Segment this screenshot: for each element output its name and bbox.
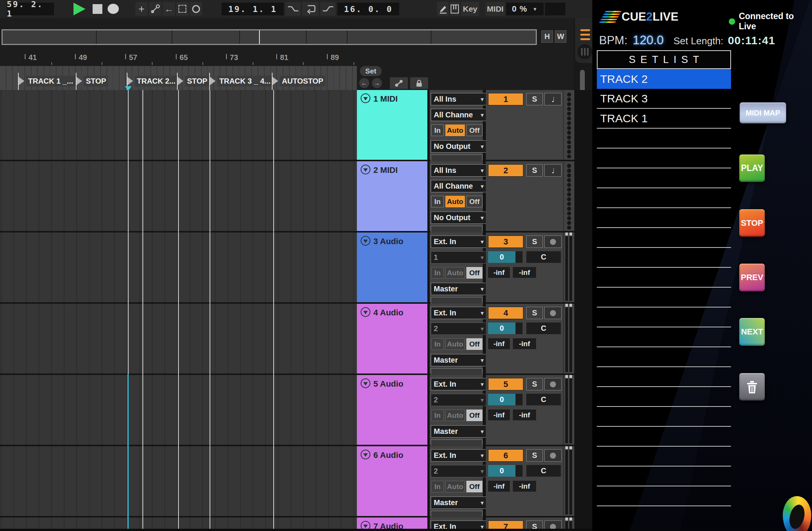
solo-button[interactable]: S — [526, 307, 543, 319]
optimize-height-button[interactable]: H — [541, 30, 553, 43]
prev-button[interactable]: PREV — [739, 264, 765, 291]
pan-knob[interactable]: C — [526, 322, 561, 334]
monitor-in-button[interactable]: In — [431, 267, 444, 279]
locator-flag[interactable]: TRACK 1 _... — [18, 73, 75, 89]
track-fold-button[interactable] — [361, 378, 370, 388]
track-output-dropdown[interactable]: No Output▼ — [431, 140, 488, 153]
pan-knob[interactable]: C — [526, 251, 561, 263]
track-channel-dropdown[interactable]: 1▼ — [431, 251, 488, 264]
stop-button-cue2live[interactable]: STOP — [739, 209, 765, 237]
peak-level-right[interactable]: -inf — [513, 338, 536, 349]
automation-mode-button[interactable] — [149, 2, 162, 16]
track-activator-button[interactable]: 3 — [488, 236, 523, 248]
arm-record-button[interactable] — [544, 236, 562, 248]
peak-level-right[interactable]: -inf — [513, 481, 536, 492]
monitor-off-button[interactable]: Off — [466, 338, 482, 350]
punch-in-button[interactable] — [285, 2, 301, 16]
monitor-auto-button[interactable]: Auto — [445, 196, 465, 207]
track-input-dropdown[interactable]: Ext. In▼ — [431, 236, 488, 248]
link-button[interactable] — [390, 77, 408, 89]
locator-flag[interactable]: STOP — [177, 73, 210, 89]
mixer-sections-toggle[interactable] — [577, 44, 592, 59]
track-output-dropdown[interactable]: Master▼ — [431, 496, 488, 509]
setlist-item[interactable]: TRACK 1 — [597, 109, 731, 129]
monitor-in-button[interactable]: In — [431, 481, 444, 492]
track-fold-button[interactable] — [361, 93, 370, 103]
track-output-dropdown[interactable]: Master▼ — [431, 354, 488, 366]
arrangement-grid-cell[interactable] — [0, 161, 357, 231]
solo-button[interactable]: S — [526, 164, 543, 177]
arm-record-button[interactable] — [544, 449, 562, 462]
optimize-width-button[interactable]: W — [555, 30, 566, 43]
monitor-off-button[interactable]: Off — [466, 267, 482, 279]
monitor-off-button[interactable]: Off — [466, 196, 482, 207]
track-channel-dropdown[interactable]: All Channe▼ — [431, 109, 488, 121]
arm-record-button[interactable] — [544, 307, 562, 319]
new-button[interactable]: + — [135, 2, 148, 16]
track-input-dropdown[interactable]: Ext. In▼ — [431, 449, 488, 462]
track-fold-button[interactable] — [361, 236, 370, 246]
track-input-dropdown[interactable]: Ext. In▼ — [431, 307, 488, 319]
track-header[interactable]: 3 Audio — [357, 232, 427, 302]
peak-level-right[interactable]: -inf — [513, 410, 536, 420]
stop-button[interactable] — [93, 4, 102, 14]
midi-map-button[interactable]: MIDI MAP — [740, 102, 786, 123]
monitor-off-button[interactable]: Off — [466, 481, 482, 492]
setlist-item[interactable]: TRACK 2 — [597, 69, 731, 89]
track-fold-button[interactable] — [361, 450, 370, 459]
monitor-in-button[interactable]: In — [431, 196, 444, 207]
delete-button[interactable] — [739, 373, 765, 400]
loop-button[interactable] — [302, 2, 319, 16]
locator-flag[interactable]: TRACK 3 _ 4... — [209, 73, 273, 89]
locator-flag[interactable]: AUTOSTOP — [272, 73, 325, 89]
peak-level-left[interactable]: -inf — [488, 338, 510, 349]
draw-selection-button[interactable] — [176, 2, 189, 16]
computer-midi-keyboard-button[interactable] — [450, 2, 460, 16]
track-header[interactable]: 2 MIDI — [357, 161, 427, 231]
arrangement-overview[interactable] — [1, 29, 537, 45]
monitor-auto-button[interactable]: Auto — [445, 267, 465, 279]
pan-knob[interactable]: C — [526, 465, 561, 477]
record-button[interactable] — [108, 4, 119, 14]
locator-flag[interactable]: TRACK 2... — [127, 73, 178, 89]
arm-record-button[interactable]: ♩ — [544, 164, 562, 177]
volume-slider[interactable]: 0 — [488, 465, 523, 477]
follow-button[interactable] — [190, 2, 202, 16]
peak-level-left[interactable]: -inf — [488, 481, 510, 492]
punch-out-button[interactable] — [320, 2, 336, 16]
track-output-dropdown[interactable]: No Output▼ — [431, 212, 488, 224]
monitor-in-button[interactable]: In — [431, 124, 444, 136]
track-activator-button[interactable]: 5 — [488, 378, 523, 390]
pan-knob[interactable]: C — [526, 394, 561, 405]
loop-length-display[interactable]: 16. 0. 0 — [337, 3, 399, 15]
track-input-dropdown[interactable]: Ext. In▼ — [431, 378, 488, 390]
arm-record-button[interactable]: ♩ — [544, 93, 562, 105]
setlist-item[interactable]: TRACK 3 — [597, 89, 731, 109]
track-header[interactable]: 5 Audio — [357, 375, 427, 445]
solo-button[interactable]: S — [526, 378, 543, 390]
track-activator-button[interactable]: 6 — [488, 449, 523, 462]
track-input-dropdown[interactable]: All Ins▼ — [431, 93, 488, 105]
track-input-dropdown[interactable]: All Ins▼ — [431, 164, 488, 177]
arrangement-grid-cell[interactable] — [0, 446, 357, 516]
solo-button[interactable]: S — [526, 93, 543, 105]
solo-button[interactable]: S — [526, 236, 543, 248]
overview-toggle-icon[interactable] — [580, 29, 590, 31]
arrangement-grid-cell[interactable] — [0, 232, 357, 302]
peak-level-left[interactable]: -inf — [488, 267, 510, 278]
track-fold-button[interactable] — [361, 165, 370, 174]
quantize-menu[interactable]: 0 %▼ — [506, 3, 544, 15]
arrangement-grid-cell[interactable] — [0, 90, 357, 160]
arrangement-grid-cell[interactable] — [0, 375, 357, 445]
track-channel-dropdown[interactable]: 2▼ — [431, 394, 488, 406]
monitor-auto-button[interactable]: Auto — [445, 124, 465, 136]
track-channel-dropdown[interactable]: 2▼ — [431, 322, 488, 335]
play-button-cue2live[interactable]: PLAY — [739, 154, 765, 182]
monitor-auto-button[interactable]: Auto — [445, 481, 465, 492]
set-locator-button[interactable]: Set — [360, 66, 382, 76]
arm-record-button[interactable] — [544, 378, 562, 390]
loop-start-display[interactable]: 19. 1. 1 — [222, 3, 284, 15]
track-header[interactable]: 6 Audio — [357, 446, 427, 516]
monitor-auto-button[interactable]: Auto — [445, 410, 465, 421]
prev-locator-button[interactable]: ← — [359, 78, 369, 88]
